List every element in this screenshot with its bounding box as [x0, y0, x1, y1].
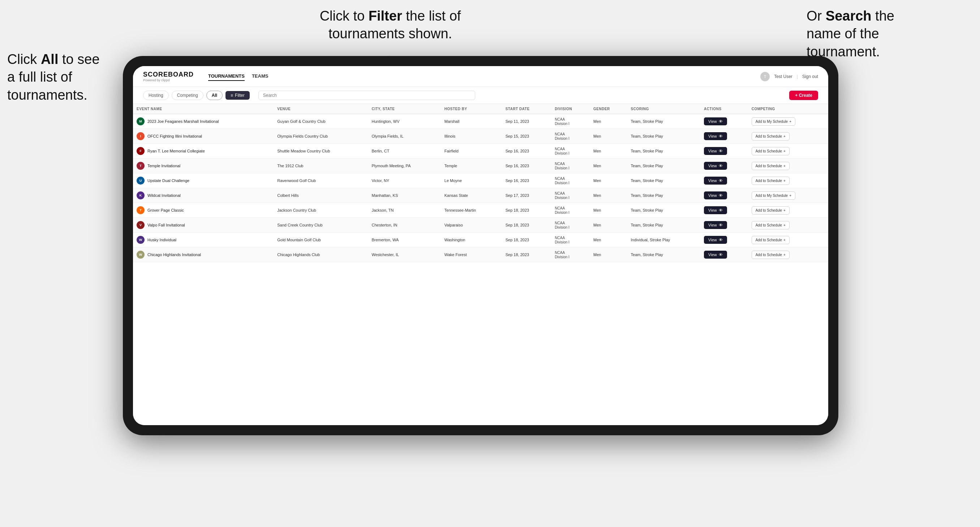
view-button-2[interactable]: View 👁 — [704, 132, 727, 140]
cell-scoring-6: Team, Stroke Play — [627, 188, 701, 203]
view-button-1[interactable]: View 👁 — [704, 117, 727, 125]
create-button[interactable]: + Create — [789, 90, 818, 100]
cell-division-6: NCAADivision I — [551, 188, 590, 203]
view-button-5[interactable]: View 👁 — [704, 177, 727, 184]
cell-hosted-6: Kansas State — [441, 188, 502, 203]
event-name-text-1: 2023 Joe Feaganes Marshall Invitational — [148, 119, 219, 124]
nav-teams[interactable]: TEAMS — [252, 72, 269, 81]
filter-button[interactable]: ≡ Filter — [226, 91, 250, 100]
eye-icon-5: 👁 — [719, 178, 723, 183]
cell-event-name-2: I OFCC Fighting Illini Invitational — [133, 129, 274, 144]
cell-competing-9: Add to Schedule + — [748, 233, 828, 248]
eye-icon-6: 👁 — [719, 193, 723, 198]
add-schedule-button-8[interactable]: Add to Schedule + — [752, 221, 789, 229]
view-button-6[interactable]: View 👁 — [704, 191, 727, 199]
cell-competing-5: Add to Schedule + — [748, 173, 828, 188]
cell-city-2: Olympia Fields, IL — [368, 129, 441, 144]
table-row: T Grover Page Classic Jackson Country Cl… — [133, 203, 828, 218]
cell-city-6: Manhattan, KS — [368, 188, 441, 203]
cell-city-8: Chesterton, IN — [368, 218, 441, 233]
view-button-10[interactable]: View 👁 — [704, 251, 727, 259]
eye-icon-9: 👁 — [719, 238, 723, 242]
cell-event-name-8: V Valpo Fall Invitational — [133, 218, 274, 233]
cell-scoring-4: Team, Stroke Play — [627, 159, 701, 173]
cell-hosted-1: Marshall — [441, 114, 502, 129]
team-logo-8: V — [137, 221, 145, 229]
tab-all[interactable]: All — [206, 90, 223, 100]
sign-out-link[interactable]: Sign out — [802, 74, 818, 79]
table-row: I OFCC Fighting Illini Invitational Olym… — [133, 129, 828, 144]
cell-gender-1: Men — [590, 114, 627, 129]
cell-hosted-3: Fairfield — [441, 144, 502, 159]
cell-division-1: NCAADivision I — [551, 114, 590, 129]
table-row: V Valpo Fall Invitational Sand Creek Cou… — [133, 218, 828, 233]
add-schedule-button-1[interactable]: Add to My Schedule + — [752, 117, 795, 126]
eye-icon-10: 👁 — [719, 252, 723, 257]
cell-hosted-9: Washington — [441, 233, 502, 248]
app-header: SCOREBOARD Powered by clippd TOURNAMENTS… — [133, 66, 828, 87]
col-city-state: CITY, STATE — [368, 104, 441, 114]
add-schedule-button-7[interactable]: Add to Schedule + — [752, 206, 789, 214]
logo-text: SCOREBOARD — [143, 71, 194, 78]
cell-division-8: NCAADivision I — [551, 218, 590, 233]
cell-gender-6: Men — [590, 188, 627, 203]
add-schedule-button-4[interactable]: Add to Schedule + — [752, 162, 789, 170]
cell-event-name-6: K Wildcat Invitational — [133, 188, 274, 203]
cell-actions-10: View 👁 — [700, 248, 748, 262]
cell-division-7: NCAADivision I — [551, 203, 590, 218]
event-name-text-10: Chicago Highlands Invitational — [148, 252, 201, 257]
cell-scoring-5: Team, Stroke Play — [627, 173, 701, 188]
event-name-text-7: Grover Page Classic — [148, 208, 184, 213]
cell-hosted-8: Valparaiso — [441, 218, 502, 233]
cell-date-4: Sep 16, 2023 — [502, 159, 551, 173]
cell-competing-2: Add to Schedule + — [748, 129, 828, 144]
view-button-3[interactable]: View 👁 — [704, 147, 727, 155]
team-logo-2: I — [137, 132, 145, 140]
team-logo-10: W — [137, 251, 145, 259]
nav-tournaments[interactable]: TOURNAMENTS — [208, 72, 245, 81]
cell-competing-1: Add to My Schedule + — [748, 114, 828, 129]
plus-icon-7: + — [783, 208, 786, 213]
cell-competing-10: Add to Schedule + — [748, 248, 828, 262]
cell-actions-1: View 👁 — [700, 114, 748, 129]
cell-actions-3: View 👁 — [700, 144, 748, 159]
add-schedule-button-10[interactable]: Add to Schedule + — [752, 251, 789, 259]
cell-actions-4: View 👁 — [700, 159, 748, 173]
cell-division-3: NCAADivision I — [551, 144, 590, 159]
eye-icon-8: 👁 — [719, 223, 723, 227]
col-competing: COMPETING — [748, 104, 828, 114]
search-input[interactable] — [258, 90, 475, 100]
filter-label: Filter — [235, 93, 245, 98]
cell-actions-8: View 👁 — [700, 218, 748, 233]
tab-hosting[interactable]: Hosting — [143, 90, 169, 100]
add-schedule-button-5[interactable]: Add to Schedule + — [752, 177, 789, 185]
annotation-all: Click All to seea full list oftournament… — [7, 51, 123, 104]
eye-icon-2: 👁 — [719, 134, 723, 138]
cell-date-6: Sep 17, 2023 — [502, 188, 551, 203]
table-row: W Chicago Highlands Invitational Chicago… — [133, 248, 828, 262]
view-button-4[interactable]: View 👁 — [704, 162, 727, 170]
cell-hosted-7: Tennessee-Martin — [441, 203, 502, 218]
add-schedule-button-6[interactable]: Add to My Schedule + — [752, 191, 795, 200]
main-nav: TOURNAMENTS TEAMS — [208, 72, 268, 81]
tournaments-table: EVENT NAME VENUE CITY, STATE HOSTED BY S… — [133, 104, 828, 262]
view-button-8[interactable]: View 👁 — [704, 221, 727, 229]
user-label: Test User — [774, 74, 792, 79]
view-button-7[interactable]: View 👁 — [704, 206, 727, 214]
col-scoring: SCORING — [627, 104, 701, 114]
view-button-9[interactable]: View 👁 — [704, 236, 727, 244]
col-hosted-by: HOSTED BY — [441, 104, 502, 114]
cell-gender-5: Men — [590, 173, 627, 188]
cell-gender-9: Men — [590, 233, 627, 248]
cell-actions-9: View 👁 — [700, 233, 748, 248]
event-name-text-8: Valpo Fall Invitational — [148, 223, 185, 227]
cell-event-name-10: W Chicago Highlands Invitational — [133, 248, 274, 262]
cell-city-10: Westchester, IL — [368, 248, 441, 262]
search-input-wrap — [258, 90, 475, 100]
add-schedule-button-9[interactable]: Add to Schedule + — [752, 236, 789, 244]
tab-competing[interactable]: Competing — [172, 90, 204, 100]
cell-event-name-5: U Upstate Dual Challenge — [133, 173, 274, 188]
add-schedule-button-2[interactable]: Add to Schedule + — [752, 132, 789, 141]
table-row: K Wildcat Invitational Colbert Hills Man… — [133, 188, 828, 203]
add-schedule-button-3[interactable]: Add to Schedule + — [752, 147, 789, 155]
